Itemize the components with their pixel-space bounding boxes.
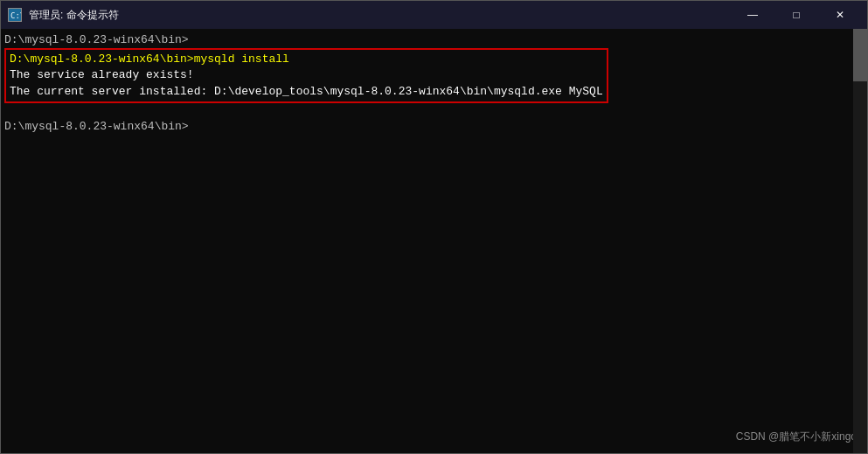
terminal-line-4: The current server installed: D:\develop… [10,84,603,100]
close-button[interactable]: ✕ [820,1,860,29]
title-bar-controls: — □ ✕ [733,1,860,29]
scrollbar[interactable] [853,29,867,453]
terminal-line-2: D:\mysql-8.0.23-winx64\bin>mysqld instal… [10,52,603,67]
terminal-line-6: D:\mysql-8.0.23-winx64\bin> [4,119,864,135]
watermark: CSDN @腊笔不小新xingo [736,430,857,444]
terminal-icon: C:\ [8,8,22,22]
maximize-button[interactable]: □ [776,1,816,29]
title-bar-left: C:\ 管理员: 命令提示符 [8,8,119,23]
scrollbar-thumb[interactable] [853,29,867,81]
title-bar-text: 管理员: 命令提示符 [29,8,119,23]
minimize-button[interactable]: — [733,1,773,29]
terminal-line-1: D:\mysql-8.0.23-winx64\bin> [4,32,864,48]
terminal-line-5 [4,103,864,119]
terminal-content: D:\mysql-8.0.23-winx64\bin> D:\mysql-8.0… [4,32,864,135]
terminal-line-3: The service already exists! [10,67,603,83]
window: C:\ 管理员: 命令提示符 — □ ✕ D:\mysql-8.0.23-win… [0,0,868,454]
title-bar: C:\ 管理员: 命令提示符 — □ ✕ [1,1,867,29]
svg-text:C:\: C:\ [10,11,21,20]
highlighted-region: D:\mysql-8.0.23-winx64\bin>mysqld instal… [4,48,608,103]
terminal-body[interactable]: D:\mysql-8.0.23-winx64\bin> D:\mysql-8.0… [1,29,867,453]
